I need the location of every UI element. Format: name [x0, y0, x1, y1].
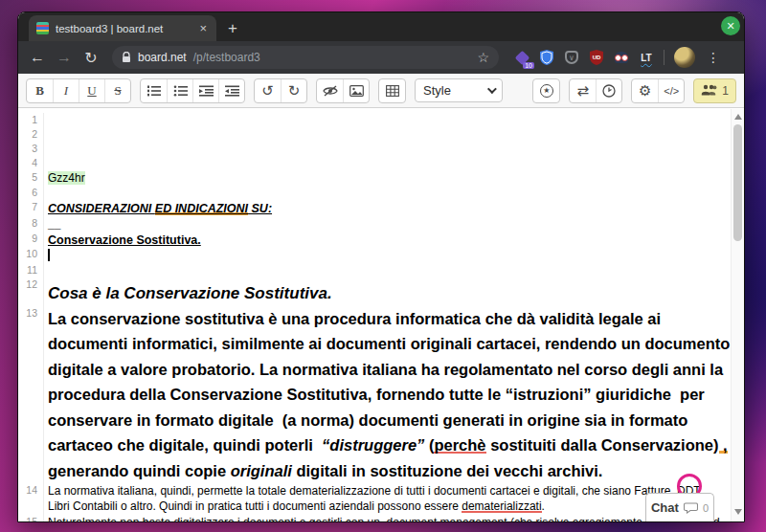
editor-line[interactable]: 13La conservazione sostitutiva è una pro…	[18, 306, 731, 484]
bookmark-star-icon[interactable]: ☆	[477, 50, 489, 65]
settings-group: ⚙ </>	[631, 78, 685, 103]
undo-button[interactable]: ↺	[255, 79, 281, 102]
editor-line[interactable]: 1	[18, 113, 731, 127]
chevron-down-icon	[487, 84, 497, 94]
editor-line[interactable]: 8__	[18, 216, 731, 232]
editor-line[interactable]: 12Cosa è la Conservazione Sostitutiva.	[18, 277, 731, 306]
insert-table-button[interactable]	[379, 79, 405, 102]
languagetool-icon[interactable]: LT	[639, 50, 654, 65]
indent-button[interactable]	[192, 79, 218, 102]
new-tab-button[interactable]: +	[228, 20, 237, 36]
timeslider-clock-button[interactable]	[596, 79, 621, 102]
line-content[interactable]	[44, 156, 731, 170]
text-run: CONSIDERAZIONI	[48, 202, 155, 215]
ordered-list-button[interactable]	[141, 79, 167, 102]
outdent-button[interactable]	[218, 79, 244, 102]
text-run: .	[542, 499, 545, 513]
line-content[interactable]	[44, 142, 731, 156]
insert-image-button[interactable]	[343, 79, 369, 102]
profile-avatar[interactable]	[674, 47, 695, 68]
extension-gem-badge: 10	[523, 62, 534, 69]
editor-line[interactable]: 15Naturalmente non basta digitalizzare i…	[18, 515, 731, 521]
line-content[interactable]: La conservazione sostitutiva è una proce…	[44, 306, 731, 484]
tab-testboard3[interactable]: testboard3 | board.net ×	[29, 15, 216, 41]
line-content[interactable]	[44, 186, 731, 200]
text-run: __	[48, 217, 60, 231]
text-run: dematerializzati	[462, 499, 541, 513]
unordered-list-button[interactable]	[167, 79, 192, 102]
editor-line[interactable]: 14La normativa italiana, quindi, permett…	[18, 483, 731, 514]
line-content[interactable]: La normativa italiana, quindi, permette …	[44, 483, 731, 514]
clear-authorship-eye-icon[interactable]	[317, 79, 343, 102]
editor-line[interactable]: 7CONSIDERAZIONI ED INDICAZIONI SU:	[18, 200, 731, 216]
bold-button[interactable]: B	[27, 79, 53, 102]
scroll-up-icon[interactable]	[734, 114, 742, 120]
line-content[interactable]	[44, 113, 731, 127]
pocket-icon[interactable]: ∨	[564, 50, 579, 65]
browser-menu-icon[interactable]: ⋮	[707, 50, 720, 65]
window-close-button[interactable]: ✕	[721, 16, 740, 35]
tab-strip: testboard3 | board.net × + ✕	[18, 12, 744, 41]
scrollbar-thumb[interactable]	[733, 124, 742, 241]
reload-button[interactable]: ↻	[79, 49, 102, 67]
text-run: digitali in sostituzione dei vecchi arch…	[292, 462, 603, 479]
table-group	[378, 78, 406, 103]
editor-line[interactable]: 3	[18, 142, 731, 156]
editor-lines: 12345Gzz4hr67CONSIDERAZIONI ED INDICAZIO…	[18, 109, 731, 521]
line-content[interactable]: Naturalmente non basta digitalizzare i d…	[44, 515, 731, 521]
line-number: 3	[18, 142, 44, 156]
line-content[interactable]: Cosa è la Conservazione Sostitutiva.	[44, 277, 731, 306]
password-manager-shield-icon[interactable]	[539, 50, 554, 65]
line-number: 9	[18, 232, 44, 248]
underline-button[interactable]: U	[79, 79, 104, 102]
line-content[interactable]: Conservazione Sostitutiva.	[44, 232, 731, 248]
line-number: 10	[18, 247, 44, 262]
line-content[interactable]	[44, 247, 731, 262]
extension-gem-icon[interactable]: 10	[514, 50, 529, 65]
tab-close-icon[interactable]: ×	[197, 22, 209, 34]
style-dropdown[interactable]: Style	[415, 78, 503, 102]
show-users-button[interactable]: 1	[693, 78, 736, 103]
editor-line[interactable]: 6	[18, 186, 731, 200]
ublock-shield-icon[interactable]: UD	[589, 50, 604, 65]
text-run: Cosa è la Conservazione Sostitutiva.	[48, 284, 332, 302]
line-number: 2	[18, 127, 44, 142]
text-run: originali	[231, 462, 292, 479]
save-revision-button[interactable]: ★	[533, 79, 559, 102]
text-run: ED INDICAZIONI	[155, 202, 248, 215]
embed-share-button[interactable]: </>	[658, 79, 684, 102]
import-export-button[interactable]: ⇄	[570, 79, 596, 102]
line-content[interactable]: __	[44, 216, 731, 232]
line-content[interactable]	[44, 127, 731, 142]
editor-line[interactable]: 9Conservazione Sostitutiva.	[18, 232, 731, 248]
address-bar[interactable]: board.net /p/testboard3 ☆	[112, 46, 499, 69]
text-run: “distruggere”	[322, 436, 424, 454]
text-run: La normativa italiana, quindi, permette …	[48, 484, 709, 513]
line-number: 12	[18, 277, 44, 306]
chat-count: 0	[703, 502, 709, 514]
format-group: B I U S	[26, 78, 131, 103]
tab-title: testboard3 | board.net	[56, 23, 191, 34]
editor-line[interactable]: 10	[18, 247, 731, 262]
editor-line[interactable]: 4	[18, 156, 731, 170]
scroll-down-icon[interactable]	[734, 509, 742, 515]
line-number: 15	[18, 515, 44, 521]
line-content[interactable]: Gzz4hr	[44, 170, 731, 186]
vertical-scrollbar[interactable]	[731, 109, 744, 521]
pad-editor[interactable]: 12345Gzz4hr67CONSIDERAZIONI ED INDICAZIO…	[18, 109, 731, 521]
editor-line[interactable]: 2	[18, 127, 731, 142]
browser-window: testboard3 | board.net × + ✕ ← → ↻ board…	[17, 11, 745, 522]
back-button[interactable]: ←	[26, 49, 49, 66]
editor-line[interactable]: 5Gzz4hr	[18, 170, 731, 186]
editor-line[interactable]: 11	[18, 263, 731, 277]
redo-button[interactable]: ↻	[281, 79, 306, 102]
line-content[interactable]: CONSIDERAZIONI ED INDICAZIONI SU:	[44, 200, 731, 216]
italic-button[interactable]: I	[53, 79, 79, 102]
forward-button[interactable]: →	[53, 49, 76, 66]
settings-gear-button[interactable]: ⚙	[632, 79, 658, 102]
line-number: 4	[18, 156, 44, 170]
chat-button[interactable]: Chat 0	[645, 493, 714, 521]
privacy-octopus-icon[interactable]	[614, 50, 629, 65]
strikethrough-button[interactable]: S	[104, 79, 130, 102]
line-content[interactable]	[44, 263, 731, 277]
